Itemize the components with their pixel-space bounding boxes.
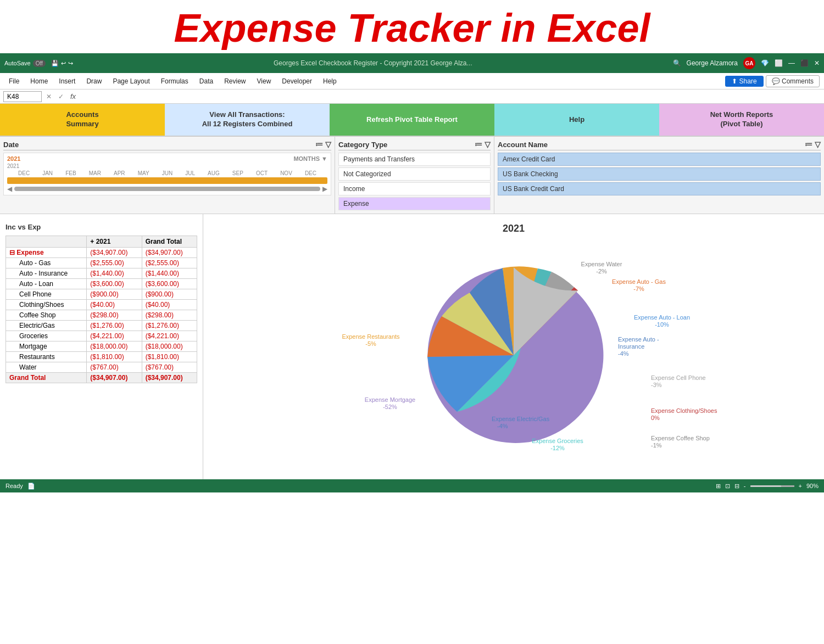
menu-bar: File Home Insert Draw Page Layout Formul… — [0, 73, 824, 89]
category-notcategorized[interactable]: Not Categorized — [338, 167, 491, 181]
category-filter-icons: ≔ ▽ — [475, 140, 491, 149]
zoom-minus[interactable]: - — [744, 483, 746, 489]
search-icon[interactable]: 🔍 — [673, 59, 681, 67]
grand-total-row: Grand Total ($34,907.00) ($34,907.00) — [6, 373, 197, 383]
close-icon[interactable]: ✕ — [814, 59, 820, 67]
menu-insert[interactable]: Insert — [54, 76, 80, 87]
month-jan[interactable]: JAN — [42, 170, 53, 176]
help-button[interactable]: Help — [494, 104, 659, 136]
status-right: ⊞ ⊡ ⊟ - + 90% — [716, 483, 819, 490]
month-aug[interactable]: AUG — [208, 170, 220, 176]
accounts-summary-button[interactable]: AccountsSummary — [0, 104, 165, 136]
zoom-plus[interactable]: + — [799, 483, 802, 489]
row-cell-phone-label: Cell Phone — [6, 289, 87, 300]
label-groceries-pct: -12% — [550, 445, 565, 451]
menu-page-layout[interactable]: Page Layout — [108, 76, 154, 87]
account-filter: Account Name ≔ ▽ Amex Credit Card US Ban… — [494, 137, 824, 214]
cell-reference[interactable] — [3, 91, 42, 102]
zoom-slider[interactable] — [750, 485, 794, 487]
page-view-icon[interactable]: ⊡ — [725, 483, 730, 490]
maximize-icon[interactable]: ⬛ — [800, 59, 809, 67]
month-oct[interactable]: OCT — [256, 170, 268, 176]
label-mortgage-pct: -52% — [383, 404, 397, 410]
date-months: DEC JAN FEB MAR APR MAY JUN JUL AUG SEP … — [7, 170, 327, 176]
category-income[interactable]: Income — [338, 182, 491, 195]
workbook-title: Georges Excel Checkbook Register - Copyr… — [73, 59, 673, 67]
row-auto-insurance-year: ($1,440.00) — [87, 268, 142, 279]
label-auto-insurance-pct: -4% — [618, 350, 629, 357]
category-payments[interactable]: Payments and Transfers — [338, 153, 491, 166]
menu-help[interactable]: Help — [319, 76, 341, 87]
restore-icon[interactable]: ⬜ — [775, 59, 783, 67]
category-sort-icon[interactable]: ≔ — [475, 140, 482, 149]
menu-view[interactable]: View — [253, 76, 276, 87]
row-clothing-label: Clothing/Shoes — [6, 300, 87, 310]
comments-button[interactable]: 💬 Comments — [766, 75, 820, 87]
undo-icon[interactable]: ↩ — [61, 60, 66, 67]
autosave-toggle[interactable]: Off — [33, 60, 46, 67]
menu-draw[interactable]: Draw — [82, 76, 106, 87]
table-row: Groceries ($4,221.00) ($4,221.00) — [6, 331, 197, 341]
menu-review[interactable]: Review — [220, 76, 250, 87]
row-coffee-total: ($298.00) — [142, 310, 197, 321]
account-usbank-credit[interactable]: US Bank Credit Card — [498, 182, 821, 195]
table-row: Clothing/Shoes ($40.00) ($40.00) — [6, 300, 197, 310]
month-dec[interactable]: DEC — [305, 170, 316, 176]
month-nov[interactable]: NOV — [280, 170, 292, 176]
main-content: Inc vs Exp + 2021 Grand Total ⊟ Expense … — [0, 214, 824, 479]
account-sort-icon[interactable]: ≔ — [805, 140, 812, 149]
month-feb[interactable]: FEB — [65, 170, 76, 176]
page-break-icon[interactable]: ⊟ — [734, 483, 739, 490]
minus-icon: ⊟ — [9, 249, 15, 256]
category-funnel-icon[interactable]: ▽ — [485, 140, 491, 149]
menu-developer[interactable]: Developer — [277, 76, 316, 87]
row-electric-label: Electric/Gas — [6, 321, 87, 331]
menu-file[interactable]: File — [4, 76, 24, 87]
row-auto-insurance-label: Auto - Insurance — [6, 268, 87, 279]
date-scrollbar[interactable] — [14, 187, 320, 191]
row-mortgage-year: ($18,000.00) — [87, 341, 142, 352]
view-transactions-button[interactable]: View All Transactions:All 12 Registers C… — [165, 104, 330, 136]
row-mortgage-label: Mortgage — [6, 341, 87, 352]
month-apr[interactable]: APR — [114, 170, 125, 176]
table-row: Restaurants ($1,810.00) ($1,810.00) — [6, 352, 197, 362]
month-jul[interactable]: JUL — [185, 170, 195, 176]
refresh-label: Refresh Pivot Table Report — [366, 115, 458, 125]
menu-home[interactable]: Home — [26, 76, 52, 87]
account-amex[interactable]: Amex Credit Card — [498, 153, 821, 166]
page-icon: 📄 — [27, 483, 35, 490]
month-may[interactable]: MAY — [138, 170, 149, 176]
account-filter-header: Account Name ≔ ▽ — [498, 140, 821, 150]
label-cellphone: Expense Cell Phone — [651, 374, 706, 381]
minimize-icon[interactable]: — — [788, 59, 795, 67]
scroll-right-arrow[interactable]: ▶ — [322, 185, 327, 193]
redo-icon[interactable]: ↪ — [68, 60, 73, 67]
row-auto-gas-total: ($2,555.00) — [142, 258, 197, 268]
refresh-pivot-button[interactable]: Refresh Pivot Table Report — [330, 104, 494, 136]
date-filter-funnel-icon[interactable]: ▽ — [325, 140, 331, 149]
help-label: Help — [569, 115, 584, 125]
month-mar[interactable]: MAR — [89, 170, 101, 176]
grid-view-icon[interactable]: ⊞ — [716, 483, 721, 490]
month-dec-prev: DEC — [18, 170, 30, 176]
networth-button[interactable]: Net Worth Reports(Pivot Table) — [659, 104, 824, 136]
account-usbank-checking[interactable]: US Bank Checking — [498, 167, 821, 181]
category-expense[interactable]: Expense — [338, 197, 491, 210]
month-sep[interactable]: SEP — [232, 170, 243, 176]
date-filter-sort-icon[interactable]: ≔ — [315, 140, 323, 149]
table-row: Coffee Shop ($298.00) ($298.00) — [6, 310, 197, 321]
excel-titlebar: AutoSave Off 💾 ↩ ↪ Georges Excel Checkbo… — [0, 53, 824, 73]
label-cellphone-pct: -3% — [651, 382, 662, 388]
scroll-left-arrow[interactable]: ◀ — [7, 185, 12, 193]
share-button[interactable]: ⬆ Share — [725, 76, 763, 87]
account-funnel-icon[interactable]: ▽ — [815, 140, 821, 149]
chart-title: 2021 — [503, 223, 525, 234]
user-name: George Alzamora — [687, 59, 738, 67]
label-clothing: Expense Clothing/Shoes — [651, 407, 717, 414]
expense-year: ($34,907.00) — [87, 248, 142, 258]
save-icon[interactable]: 💾 — [51, 60, 59, 67]
months-toggle[interactable]: MONTHS ▼ — [293, 155, 327, 162]
menu-formulas[interactable]: Formulas — [157, 76, 193, 87]
month-jun[interactable]: JUN — [162, 170, 172, 176]
menu-data[interactable]: Data — [195, 76, 218, 87]
